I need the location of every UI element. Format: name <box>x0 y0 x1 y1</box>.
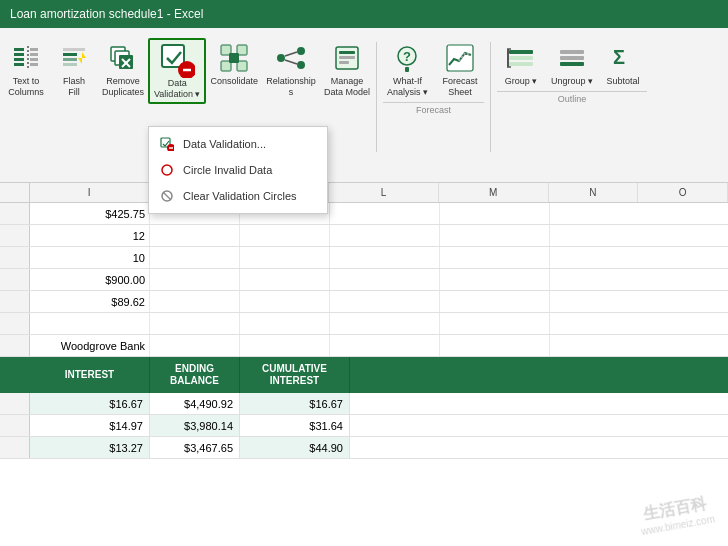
svg-point-35 <box>297 61 305 69</box>
td-cumulative-interest[interactable]: $16.67 <box>240 393 350 414</box>
cell[interactable] <box>440 247 550 268</box>
cell[interactable] <box>240 247 330 268</box>
cell[interactable] <box>240 225 330 246</box>
clear-validation-circles-item[interactable]: Clear Validation Circles <box>149 183 327 209</box>
svg-point-33 <box>277 54 285 62</box>
cell[interactable] <box>240 313 330 334</box>
row-num <box>0 269 30 290</box>
td-cumulative-interest[interactable]: $44.90 <box>240 437 350 458</box>
cell[interactable] <box>150 313 240 334</box>
svg-line-27 <box>163 192 171 200</box>
circle-invalid-data-item[interactable]: Circle Invalid Data <box>149 157 327 183</box>
remove-duplicates-button[interactable]: RemoveDuplicates <box>98 38 148 100</box>
cell[interactable] <box>240 291 330 312</box>
ribbon: Text toColumns FlashFill <box>0 28 728 183</box>
row-num <box>0 415 30 436</box>
subtotal-button[interactable]: Σ Subtotal <box>599 38 647 89</box>
cell[interactable] <box>440 335 550 356</box>
cell[interactable]: $425.75 <box>30 203 150 224</box>
cell[interactable] <box>240 335 330 356</box>
data-validation-menu-label: Data Validation... <box>183 138 266 150</box>
ungroup-label: Ungroup ▾ <box>551 76 593 87</box>
cell[interactable] <box>150 247 240 268</box>
table-row: $425.75 <box>0 203 728 225</box>
table-row: $16.67 $4,490.92 $16.67 <box>0 393 728 415</box>
relationships-button[interactable]: Relationships <box>262 38 320 100</box>
cell[interactable] <box>150 225 240 246</box>
td-ending-balance[interactable]: $4,490.92 <box>150 393 240 414</box>
cell[interactable]: $900.00 <box>30 269 150 290</box>
cell[interactable] <box>240 269 330 290</box>
relationships-label: Relationships <box>266 76 316 98</box>
flash-fill-icon <box>56 40 92 76</box>
row-num <box>0 437 30 458</box>
group-label: Group ▾ <box>505 76 538 87</box>
col-header-M: M <box>439 183 549 202</box>
watermark-line1: 生活百科 <box>636 493 713 527</box>
subtotal-icon: Σ <box>605 40 641 76</box>
cell[interactable] <box>150 269 240 290</box>
what-if-label: What-IfAnalysis ▾ <box>387 76 428 98</box>
td-interest[interactable]: $13.27 <box>30 437 150 458</box>
cell[interactable] <box>150 291 240 312</box>
table-row: 10 <box>0 247 728 269</box>
cell[interactable] <box>440 313 550 334</box>
cell[interactable] <box>330 269 440 290</box>
separator-2 <box>490 42 491 152</box>
consolidate-button[interactable]: Consolidate <box>206 38 262 89</box>
flash-fill-label: FlashFill <box>63 76 85 98</box>
svg-rect-3 <box>14 63 24 66</box>
group-button[interactable]: Group ▾ <box>497 38 545 89</box>
flash-fill-button[interactable]: FlashFill <box>50 38 98 100</box>
svg-rect-11 <box>63 58 77 61</box>
cell[interactable]: $89.62 <box>30 291 150 312</box>
data-validation-button[interactable]: DataValidation ▾ <box>148 38 206 104</box>
cell[interactable] <box>330 247 440 268</box>
td-ending-balance[interactable]: $3,980.14 <box>150 415 240 436</box>
row-num <box>0 393 30 414</box>
forecast-sheet-button[interactable]: ForecastSheet <box>436 38 484 100</box>
text-to-columns-icon <box>8 40 44 76</box>
remove-duplicates-icon <box>105 40 141 76</box>
cell[interactable] <box>330 313 440 334</box>
svg-rect-12 <box>63 63 77 66</box>
td-interest[interactable]: $14.97 <box>30 415 150 436</box>
table-row: Woodgrove Bank <box>0 335 728 357</box>
cell[interactable]: 12 <box>30 225 150 246</box>
cell[interactable] <box>440 225 550 246</box>
svg-rect-41 <box>339 61 349 64</box>
cell[interactable] <box>150 335 240 356</box>
table-row: 12 <box>0 225 728 247</box>
svg-rect-52 <box>560 50 584 54</box>
cell[interactable] <box>330 225 440 246</box>
td-interest[interactable]: $16.67 <box>30 393 150 414</box>
data-validation-menu-item[interactable]: Data Validation... <box>149 131 327 157</box>
cell[interactable] <box>440 203 550 224</box>
row-num <box>0 247 30 268</box>
title-bar: Loan amortization schedule1 - Excel <box>0 0 728 28</box>
ungroup-button[interactable]: Ungroup ▾ <box>547 38 597 89</box>
cell[interactable] <box>440 291 550 312</box>
data-validation-menu-icon <box>159 136 175 152</box>
th-interest: INTEREST <box>30 357 150 393</box>
svg-rect-9 <box>63 48 85 51</box>
manage-data-model-button[interactable]: ManageData Model <box>320 38 374 100</box>
svg-rect-5 <box>30 48 38 51</box>
td-ending-balance[interactable]: $3,467.65 <box>150 437 240 458</box>
cell[interactable] <box>440 269 550 290</box>
data-validation-label: DataValidation ▾ <box>154 78 200 100</box>
svg-rect-10 <box>63 53 77 56</box>
svg-rect-48 <box>509 62 533 66</box>
td-cumulative-interest[interactable]: $31.64 <box>240 415 350 436</box>
text-to-columns-button[interactable]: Text toColumns <box>2 38 50 100</box>
group-icon <box>503 40 539 76</box>
cell[interactable] <box>330 203 440 224</box>
cell[interactable] <box>30 313 150 334</box>
svg-rect-7 <box>30 58 38 61</box>
cell[interactable]: 10 <box>30 247 150 268</box>
cell[interactable] <box>330 335 440 356</box>
bank-name-cell[interactable]: Woodgrove Bank <box>30 335 150 356</box>
what-if-analysis-button[interactable]: ? What-IfAnalysis ▾ <box>383 38 432 100</box>
cell[interactable] <box>330 291 440 312</box>
ungroup-icon <box>554 40 590 76</box>
